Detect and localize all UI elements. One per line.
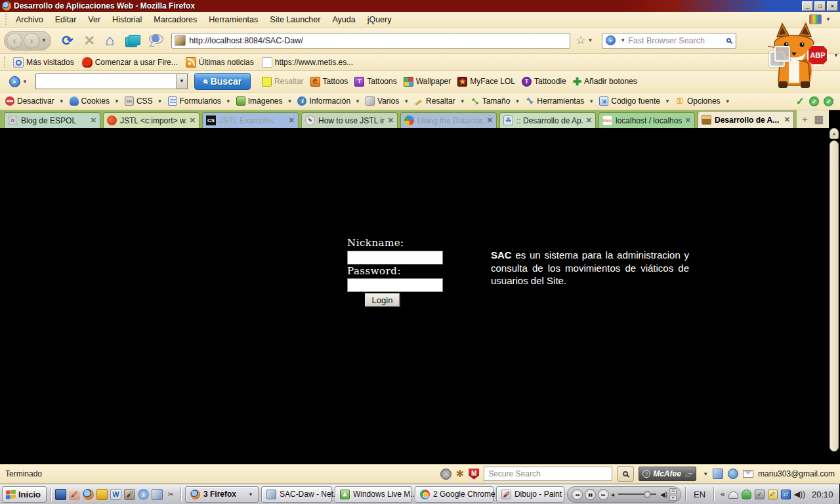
tab-blog-espol[interactable]: ✿ Blog de ESPOL ✕ (4, 112, 100, 128)
task-firefox-group[interactable]: 3 Firefox ▼ (185, 486, 259, 503)
login-button[interactable]: Login (365, 293, 400, 306)
forward-button[interactable]: › (24, 33, 39, 49)
gmail-account-label[interactable]: mariu303@gmail.com (758, 469, 835, 478)
pause-button[interactable]: ▮▮ (585, 489, 596, 500)
restore-button[interactable]: ❐ (814, 1, 826, 11)
greasemonkey-icon[interactable] (440, 469, 452, 480)
devbar-cookies[interactable]: Cookies▼ (67, 95, 122, 107)
tab-desarrollo-ap[interactable]: ⁂ :: Desarrollo de Ap... ✕ (499, 112, 596, 128)
chevron-down-icon[interactable]: ▼ (833, 52, 839, 58)
tab-close-icon[interactable]: ✕ (190, 116, 196, 125)
extension-cube-icon[interactable] (713, 469, 723, 479)
tab-close-icon[interactable]: ✕ (388, 116, 394, 125)
adblock-plus-icon[interactable]: ABP (807, 45, 828, 66)
quicklaunch-desktop-icon[interactable] (55, 489, 66, 500)
tab-close-icon[interactable]: ✕ (784, 116, 790, 124)
menu-marcadores[interactable]: Marcadores (148, 13, 203, 26)
tray-mouse-icon[interactable] (728, 492, 738, 499)
password-field[interactable] (347, 278, 443, 292)
search-input[interactable]: ▸ ▼ Fast Browser Search (602, 33, 736, 49)
mail-notifier-icon[interactable] (743, 470, 753, 478)
search-engine-dropdown-icon[interactable]: ▼ (620, 37, 625, 43)
answers-globe-icon[interactable] (149, 34, 163, 47)
tab-jstl-import[interactable]: JSTL <c:import> w... ✕ (103, 112, 200, 128)
minimize-button[interactable]: _ (802, 1, 813, 11)
devbar-css[interactable]: css CSS▼ (122, 95, 165, 107)
task-netbeans[interactable]: SAC-Daw - Net... (261, 486, 332, 503)
tab-how-to-jstl[interactable]: ✎ How to use JSTL in... ✕ (301, 112, 398, 128)
quicklaunch-keychain-icon[interactable] (96, 489, 108, 500)
home-button[interactable]: ⌂ (105, 32, 114, 49)
tab-close-icon[interactable]: ✕ (685, 116, 691, 125)
resaltar-toggle[interactable]: Resaltar (259, 75, 307, 88)
wallpaper-button[interactable]: Wallpaper (400, 75, 455, 88)
toolbar-search-input[interactable]: ▼ (35, 74, 188, 89)
quicklaunch-netbeans-icon[interactable] (152, 489, 163, 500)
devbar-imagenes[interactable]: Imágenes▼ (234, 95, 295, 107)
devbar-opciones[interactable]: ⚿ Opciones▼ (673, 95, 733, 107)
search-provider-dropdown-icon[interactable]: ▼ (22, 79, 28, 85)
quicklaunch-paint-icon[interactable]: 🖉 (69, 489, 80, 500)
devbar-resaltar[interactable]: Resaltar▼ (411, 95, 468, 107)
bookmark-comenzar[interactable]: Comenzar a usar Fire... (79, 56, 181, 69)
next-track-button[interactable]: ▸▸ (598, 489, 609, 500)
tray-notes-icon[interactable]: 🖉 (768, 490, 778, 499)
previous-track-button[interactable]: ◂◂ (572, 489, 583, 500)
task-chrome-group[interactable]: 2 Google Chrome ▼ (415, 486, 494, 503)
menu-ayuda[interactable]: Ayuda (326, 13, 361, 26)
search-engine-icon[interactable]: ▸ (606, 35, 616, 45)
menu-jquery[interactable]: jQuery (362, 13, 398, 26)
tray-collapse-icon[interactable]: « (721, 490, 725, 499)
pages-overlay-icon[interactable] (769, 46, 789, 66)
menu-site-launcher[interactable]: Site Launcher (264, 13, 326, 26)
language-indicator[interactable]: EN (690, 490, 709, 499)
bookmark-metis[interactable]: https://www.metis.es... (259, 56, 356, 69)
menu-ver[interactable]: Ver (82, 13, 106, 26)
tray-volume-icon[interactable]: ◀)) (794, 490, 805, 499)
tab-phpmyadmin[interactable]: PMA localhost / localhos... ✕ (598, 112, 695, 128)
quicklaunch-word-icon[interactable]: W (110, 489, 121, 500)
scroll-up-icon[interactable]: ▲ (830, 128, 839, 139)
web-globe-icon[interactable] (728, 469, 738, 479)
devbar-varios[interactable]: Varios▼ (363, 95, 411, 107)
tab-close-icon[interactable]: ✕ (289, 116, 295, 125)
scrollbar-thumb[interactable] (830, 140, 839, 452)
search-go-icon[interactable] (726, 38, 731, 43)
quicklaunch-firefox-icon[interactable] (83, 489, 94, 500)
tattoons-button[interactable]: T Tattoons (351, 75, 400, 88)
bookmark-dropdown-icon[interactable]: ▼ (587, 37, 593, 43)
tab-jstl-examples[interactable]: CS JSTL Examples ✕ (202, 112, 299, 128)
mcafee-siteadvisor-button[interactable]: ? McAfee ▱ (639, 467, 696, 481)
start-button[interactable]: Inicio (2, 486, 47, 503)
new-tab-button[interactable]: + (802, 114, 808, 125)
nickname-field[interactable] (347, 251, 443, 264)
check-circle-icon[interactable]: ✓ (824, 96, 833, 106)
tray-messenger-icon[interactable] (742, 490, 751, 499)
url-bar[interactable]: http://localhost:8084/SAC-Daw/ (171, 33, 570, 49)
firebug-icon[interactable]: ✱ (456, 468, 465, 480)
add-buttons-button[interactable]: ✚ Añadir botones (570, 74, 640, 89)
devbar-informacion[interactable]: i Información▼ (295, 95, 363, 107)
mcafee-shield-icon[interactable]: M (469, 469, 479, 480)
buscar-button[interactable]: Buscar (194, 73, 251, 90)
menu-archivo[interactable]: Archivo (10, 13, 49, 26)
quicklaunch-gimp-icon[interactable]: 🖌 (124, 489, 135, 500)
menu-editar[interactable]: Editar (49, 13, 83, 26)
back-button[interactable]: ‹ (7, 33, 22, 49)
close-button[interactable]: ✕ (827, 1, 838, 11)
list-all-tabs-icon[interactable]: ▦ (814, 114, 824, 125)
tab-close-icon[interactable]: ✕ (586, 116, 592, 125)
tab-close-icon[interactable]: ✕ (91, 116, 96, 125)
devbar-tamano[interactable]: ⤡ Tamaño▼ (468, 95, 523, 107)
site-launcher-icon[interactable] (125, 35, 140, 47)
url-text[interactable]: http://localhost:8084/SAC-Daw/ (189, 36, 303, 45)
history-dropdown-icon[interactable]: ▼ (41, 37, 47, 43)
myface-button[interactable]: ★ MyFace LOL (454, 75, 518, 88)
tray-network-icon[interactable]: ⇄ (781, 490, 791, 499)
task-windows-live[interactable]: ♟ Windows Live M... (335, 486, 412, 503)
media-player-controls[interactable]: ◂◂ ▮▮ ▸▸ ◂ ◀) ⊡ ▼ (567, 486, 681, 503)
search-placeholder[interactable]: Fast Browser Search (628, 36, 724, 45)
stop-button[interactable]: ✕ (84, 33, 96, 49)
combo-dropdown-icon[interactable]: ▼ (176, 74, 187, 89)
task-paint[interactable]: 🖌 Dibujo - Paint (496, 486, 564, 503)
